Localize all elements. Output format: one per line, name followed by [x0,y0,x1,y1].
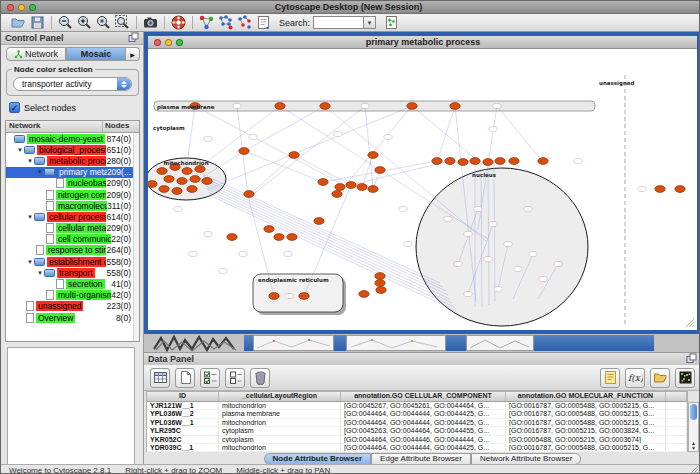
zoom-in-icon[interactable] [75,15,94,31]
tree-row[interactable]: nitrogen compo209(0) [6,189,133,200]
network-file-icon [56,178,64,188]
tree-scrollbar[interactable] [133,133,139,341]
tree-row[interactable]: nucleobase-209(0) [6,178,133,189]
network-node-selected [172,188,182,195]
column-header[interactable]: annotation.GO CELLULAR_COMPONENT [341,392,506,401]
scrollbar-arrows-icon[interactable]: ▲▼ [689,441,698,451]
tree-row[interactable]: multi-organism pro42(0) [6,290,133,301]
zoom-selected-region-icon[interactable] [94,15,113,31]
network-nodes-icon-2[interactable] [235,15,254,31]
tree-row[interactable]: unassigned223(0) [6,301,133,312]
network-node [334,131,342,136]
float-panel-icon[interactable] [686,353,697,366]
tree-row[interactable]: cell communicat22(0) [6,234,133,245]
network-edge [246,106,325,150]
select-nodes-checkbox[interactable]: ✓ [9,102,20,113]
delete-attribute-icon[interactable] [250,368,270,388]
birds-eye-view[interactable] [7,347,135,474]
network-node-selected [275,103,285,110]
network-node [504,241,512,246]
notes-icon[interactable] [600,368,620,388]
tab-node-attribute-browser[interactable]: Node Attribute Browser [264,453,372,465]
network-canvas[interactable]: plasma membranecytoplasmmitochondrionnuc… [148,49,697,330]
network-view-window[interactable]: primary metabolic process plasma membran… [144,32,700,334]
expand-arrow-icon[interactable]: ▼ [36,169,44,175]
background-network-sketch [152,334,244,352]
tree-row[interactable]: macromolecule311(0) [6,200,133,211]
annotation-icon[interactable] [254,15,273,31]
table-cell: YLR295C [147,427,219,434]
window-controls[interactable] [7,4,36,11]
tab-edge-attribute-browser[interactable]: Edge Attribute Browser [371,453,471,465]
network-nodes-icon-1[interactable] [216,15,235,31]
select-attributes-icon[interactable] [200,368,220,388]
maximize-icon[interactable] [176,39,183,46]
table-row[interactable]: YPL036W__1mitochondrion[GO:0044464, GO:0… [147,419,687,427]
close-icon[interactable] [154,39,161,46]
search-dropdown-icon[interactable]: ▼ [363,16,376,29]
zoom-fit-icon[interactable] [113,15,132,31]
tree-row[interactable]: ▼primary metabo209(... [6,167,133,178]
snapshot-icon[interactable] [141,15,160,31]
network-node-selected [244,191,254,198]
tree-row[interactable]: Overview8(0) [6,312,133,323]
attribute-table-rows: YJR121W__1mitochondrion[GO:0045267, GO:0… [147,402,687,452]
import-network-icon[interactable] [382,15,401,31]
tab-mosaic[interactable]: Mosaic [66,47,126,61]
table-row[interactable]: YJR121W__1mitochondrion[GO:0045267, GO:0… [147,402,687,410]
expand-arrow-icon[interactable]: ▼ [26,214,34,220]
tree-row-label: establishment of lo [47,257,106,267]
save-session-icon[interactable] [28,15,47,31]
help-icon[interactable] [169,15,188,31]
node-color-dropdown[interactable]: transporter activity [13,77,132,91]
network-node-selected [239,148,249,155]
network-window-titlebar[interactable]: primary metabolic process [148,36,697,49]
load-attributes-icon[interactable] [650,368,670,388]
tree-row[interactable]: response to stimul264(0) [6,245,133,256]
tab-overflow-icon[interactable]: ▶ [126,47,140,61]
tree-row[interactable]: ▼biological_process651(0) [6,144,133,155]
network-window-controls[interactable] [154,39,183,46]
network-node-selected [470,158,480,165]
scrollbar-thumb[interactable] [690,404,697,420]
close-button[interactable] [7,4,14,11]
float-panel-icon[interactable] [128,32,139,45]
search-input[interactable] [313,16,363,29]
tab-network[interactable]: Network [6,47,66,61]
tree-row[interactable]: ▼transport558(0) [6,267,133,278]
expand-arrow-icon[interactable]: ▼ [26,158,34,164]
open-session-icon[interactable] [9,15,28,31]
minimize-button[interactable] [18,4,25,11]
column-header[interactable]: annotation.GO MOLECULAR_FUNCTION [506,392,666,401]
zoom-out-icon[interactable] [56,15,75,31]
tree-row[interactable]: ▼metabolic process280(0) [6,155,133,166]
column-header[interactable]: ID [147,392,219,401]
expand-arrow-icon[interactable]: ▼ [16,147,24,153]
table-row[interactable]: YLR295Ccytoplasm[GO:0045263, GO:0044464,… [147,427,687,435]
tree-row[interactable]: cellular metabo209(0) [6,223,133,234]
table-row[interactable]: YKR052Ccytoplasm[GO:0044464, GO:0044446,… [147,436,687,444]
matrix-icon[interactable] [675,368,695,388]
network-node-selected [346,182,356,189]
tree-row[interactable]: secretion41(0) [6,278,133,289]
tree-row-label: unassigned [36,301,83,311]
expand-arrow-icon[interactable]: ▼ [26,259,34,265]
resize-grip-icon[interactable] [689,465,699,474]
column-header[interactable]: _cellularLayoutRegion [219,392,341,401]
table-cell: mitochondrion [219,419,341,426]
minimize-icon[interactable] [165,39,172,46]
tree-row[interactable]: mosaic-demo-yeast874(0) [6,133,133,144]
tree-row[interactable]: ▼establishment of lo558(0) [6,256,133,267]
new-attribute-icon[interactable] [175,368,195,388]
tree-row[interactable]: ▼cellular process614(0) [6,211,133,222]
table-row[interactable]: YPL036W__2plasma membrane[GO:0044464, GO… [147,410,687,418]
vizmapper-icon[interactable] [197,15,216,31]
zoom-button[interactable] [29,4,36,11]
unselect-attributes-icon[interactable] [225,368,245,388]
expand-arrow-icon[interactable]: ▼ [36,270,44,276]
tab-network-attribute-browser[interactable]: Network Attribute Browser [471,453,581,465]
column-header[interactable] [666,392,687,401]
table-scrollbar[interactable]: ▲▼ [688,402,699,452]
formula-icon[interactable]: f(x) [625,368,645,388]
attribute-table-icon[interactable] [150,368,170,388]
